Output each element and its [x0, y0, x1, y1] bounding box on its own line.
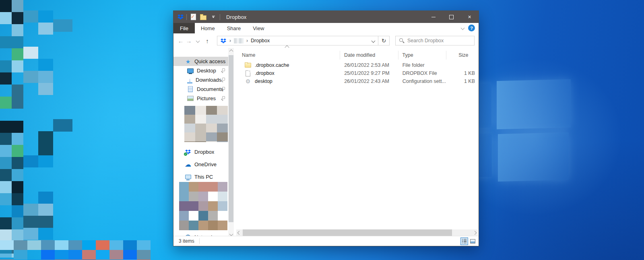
maximize-button[interactable] [442, 11, 460, 23]
forward-button[interactable]: → [185, 33, 193, 48]
censor-cell [12, 169, 23, 181]
censored-region [179, 182, 228, 230]
dropbox-icon: ✓ [185, 149, 191, 155]
censor-cell [23, 216, 38, 228]
sidebar-scrollbar[interactable] [228, 48, 234, 237]
tab-view[interactable]: View [247, 23, 270, 33]
tab-share[interactable]: Share [221, 23, 247, 33]
censor-cell [38, 59, 53, 71]
sidebar-item-downloads[interactable]: Downloads [173, 75, 228, 85]
recent-locations-dropdown[interactable] [194, 33, 201, 48]
censor-cell [96, 250, 109, 260]
censor-cell [195, 132, 206, 141]
large-icons-view-icon [470, 239, 475, 243]
breadcrumb[interactable]: › › Dropbox [217, 37, 368, 44]
title-bar[interactable]: Dropbox × [173, 11, 479, 23]
onedrive-icon [185, 161, 191, 168]
column-header-size[interactable]: Size [446, 51, 478, 60]
censor-cell [208, 182, 218, 192]
scrollbar-thumb[interactable] [229, 55, 233, 222]
censor-cell [179, 192, 189, 201]
censor-cell [23, 180, 38, 192]
censor-cell [0, 205, 12, 217]
minimize-button[interactable] [424, 11, 442, 23]
sidebar-item-documents[interactable]: Documents [173, 85, 228, 94]
scroll-left-icon[interactable] [236, 229, 242, 236]
censor-cell [218, 182, 227, 192]
horizontal-scrollbar[interactable] [236, 229, 478, 236]
censored-region [23, 10, 53, 248]
censored-region [53, 19, 72, 248]
dropbox-location-icon [220, 37, 227, 44]
column-header-date-modified[interactable]: Date modified [340, 51, 398, 60]
tab-home[interactable]: Home [195, 23, 221, 33]
column-header-name[interactable]: Name [234, 51, 340, 60]
dropbox-app-icon [177, 14, 184, 20]
censor-cell [12, 181, 23, 193]
details-view-button[interactable] [460, 237, 468, 245]
censor-cell [0, 12, 12, 24]
censor-cell [27, 250, 41, 260]
back-button[interactable]: ← [177, 33, 185, 48]
tab-file[interactable]: File [173, 23, 195, 33]
censor-cell [0, 97, 12, 109]
search-icon [399, 38, 404, 43]
file-size: 1 KB [446, 70, 478, 76]
censor-cell [53, 107, 72, 119]
column-headers: NameDate modifiedTypeSize [234, 51, 478, 60]
file-row[interactable]: desktop26/01/2022 2:43 AMConfiguration s… [234, 77, 478, 85]
censor-cell [53, 194, 72, 206]
file-size: 1 KB [446, 78, 478, 84]
censor-cell [27, 240, 41, 250]
censor-cell [23, 228, 38, 240]
censor-cell [55, 240, 68, 250]
sidebar-item-pictures[interactable]: Pictures [173, 94, 228, 103]
censor-cell [206, 124, 217, 132]
sidebar-item-dropbox[interactable]: ✓Dropbox [173, 147, 228, 157]
sidebar-item-onedrive[interactable]: OneDrive [173, 160, 228, 169]
search-box[interactable]: Search Dropbox [395, 36, 475, 45]
file-type: File folder [398, 62, 447, 68]
censor-cell [38, 23, 53, 35]
breadcrumb-current-location[interactable]: Dropbox [251, 38, 270, 43]
address-dropdown-button[interactable] [368, 36, 378, 45]
column-header-type[interactable]: Type [398, 51, 447, 60]
folder-icon [245, 62, 251, 68]
censor-cell [189, 182, 198, 192]
censor-cell [53, 182, 72, 194]
help-button[interactable]: ? [468, 25, 475, 31]
file-row[interactable]: .dropbox.cache26/01/2022 2:53 AMFile fol… [234, 61, 478, 69]
censor-cell [0, 229, 12, 241]
scrollbar-thumb[interactable] [243, 229, 452, 236]
refresh-button[interactable]: ↻ [378, 36, 389, 45]
censor-cell [38, 131, 53, 143]
up-button[interactable]: ↑ [202, 33, 212, 48]
file-row[interactable]: .dropbox25/01/2022 9:27 PMDROPBOX File1 … [234, 69, 478, 77]
scroll-up-icon[interactable] [228, 48, 234, 54]
sidebar-item-desktop[interactable]: Desktop [173, 66, 228, 75]
censor-cell [198, 192, 208, 201]
censor-cell [0, 217, 12, 229]
new-folder-button[interactable] [200, 13, 207, 21]
censor-cell [12, 157, 23, 169]
file-date-modified: 26/01/2022 2:43 AM [340, 78, 398, 84]
properties-button[interactable] [190, 13, 197, 21]
maximize-icon [449, 15, 454, 19]
large-icons-view-button[interactable] [469, 237, 477, 245]
censor-cell [0, 0, 12, 12]
address-bar[interactable]: › › Dropbox ↻ [217, 36, 390, 45]
censor-cell [0, 24, 12, 36]
file-icon [245, 70, 251, 76]
customize-quick-access-toolbar-button[interactable] [210, 13, 217, 21]
censor-cell [0, 60, 12, 72]
file-rows: .dropbox.cache26/01/2022 2:53 AMFile fol… [234, 61, 478, 85]
censor-cell [179, 201, 189, 211]
sidebar-item-quick-access[interactable]: Quick access [173, 57, 228, 66]
status-bar: 3 items [173, 236, 479, 246]
censor-cell [179, 221, 189, 230]
scroll-right-icon[interactable] [472, 229, 478, 236]
censored-region [0, 240, 152, 260]
close-button[interactable]: × [460, 11, 479, 23]
expand-ribbon-icon[interactable] [461, 26, 465, 30]
sidebar-item-this-pc[interactable]: This PC [173, 172, 228, 182]
